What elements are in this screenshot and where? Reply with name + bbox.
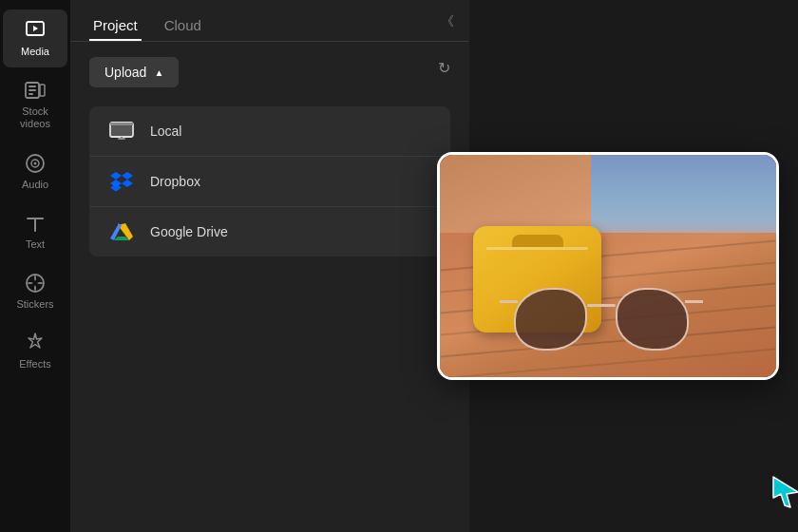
monitor-icon <box>108 122 135 141</box>
upload-caret-icon: ▲ <box>154 67 163 78</box>
sidebar-item-text-label: Text <box>26 238 45 251</box>
upload-section: Upload ▲ ↻ <box>70 42 469 103</box>
sidebar-item-stock-videos-label: Stock videos <box>8 105 63 130</box>
sidebar-item-media-label: Media <box>21 46 49 58</box>
sidebar-item-text[interactable]: Text <box>3 202 67 260</box>
dropdown-item-google-drive[interactable]: Google Drive <box>89 207 450 256</box>
collapse-button[interactable]: 《 <box>441 13 454 30</box>
cursor-icon <box>771 475 798 509</box>
sidebar-item-audio-label: Audio <box>22 179 48 191</box>
svg-point-9 <box>34 162 37 164</box>
sidebar-item-stickers-label: Stickers <box>16 298 53 311</box>
dropdown-item-local[interactable]: Local <box>89 106 450 157</box>
preview-image <box>440 155 776 377</box>
preview-area <box>469 0 798 532</box>
icon-bar: Media Stock videos Audio Text <box>0 0 70 532</box>
text-icon <box>24 212 47 235</box>
sidebar-item-effects-label: Effects <box>19 358 50 370</box>
dropbox-icon <box>108 172 135 191</box>
svg-marker-1 <box>33 26 38 31</box>
tab-bar: Project Cloud 《 <box>70 0 469 41</box>
sidebar-item-audio[interactable]: Audio <box>3 142 67 200</box>
upload-button[interactable]: Upload ▲ <box>89 57 179 87</box>
tab-cloud[interactable]: Cloud <box>161 11 205 41</box>
upload-dropdown: Local Dropbox <box>89 106 450 256</box>
stock-videos-icon <box>24 79 47 102</box>
svg-rect-14 <box>110 123 133 125</box>
svg-rect-6 <box>40 85 45 96</box>
svg-rect-5 <box>28 93 33 95</box>
svg-rect-15 <box>118 138 125 140</box>
preview-image-container <box>437 152 779 380</box>
sidebar-item-stickers[interactable]: Stickers <box>3 262 67 320</box>
sidebar-item-media[interactable]: Media <box>3 10 67 67</box>
audio-icon <box>24 152 47 175</box>
google-drive-icon <box>108 222 135 241</box>
upload-button-label: Upload <box>104 65 146 80</box>
refresh-button[interactable]: ↻ <box>438 59 450 77</box>
sidebar-item-effects[interactable]: Effects <box>3 322 67 380</box>
dropdown-item-google-drive-label: Google Drive <box>150 224 228 239</box>
dropdown-item-dropbox-label: Dropbox <box>150 174 200 189</box>
dropdown-item-local-label: Local <box>150 124 181 139</box>
media-icon <box>24 19 47 42</box>
effects-icon <box>24 332 47 354</box>
svg-rect-4 <box>28 89 36 91</box>
dropdown-item-dropbox[interactable]: Dropbox <box>89 157 450 207</box>
tab-project[interactable]: Project <box>89 11 142 41</box>
svg-rect-3 <box>28 86 36 87</box>
main-panel: Project Cloud 《 Upload ▲ ↻ Local <box>70 0 469 532</box>
sidebar-item-stock-videos[interactable]: Stock videos <box>3 69 67 140</box>
stickers-icon <box>24 272 47 294</box>
